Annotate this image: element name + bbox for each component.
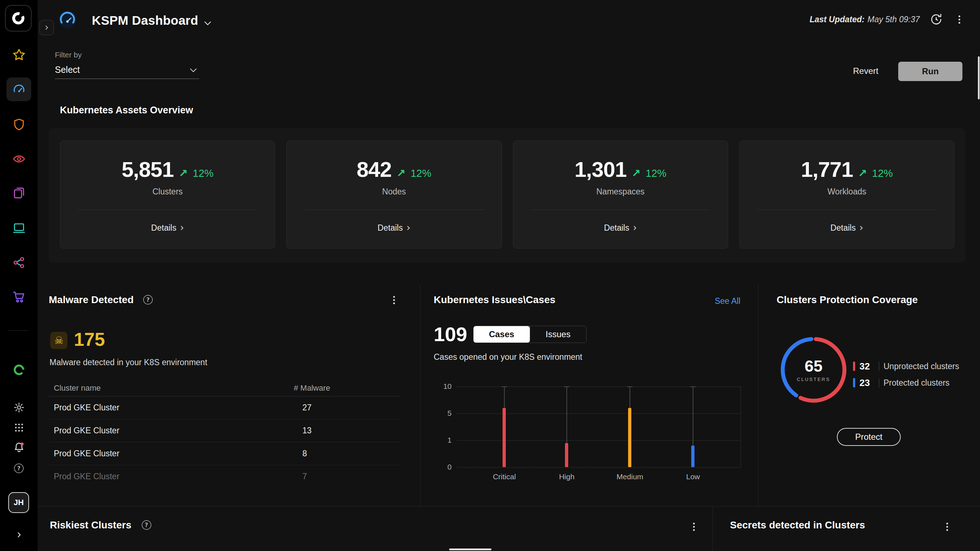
stat-label: Nodes bbox=[286, 187, 501, 197]
chevron-right-icon: › bbox=[859, 223, 863, 233]
asset-card-clusters: 5,851 ↗ 12% Clusters Details › bbox=[60, 141, 275, 248]
sidebar-item-connections[interactable] bbox=[0, 251, 38, 274]
assets-overview-panel: 5,851 ↗ 12% Clusters Details › 842 ↗ 12%… bbox=[49, 128, 966, 263]
x-axis-label: High bbox=[545, 473, 588, 481]
table-row[interactable]: Prod GKE Cluster 7 bbox=[49, 465, 400, 488]
dashboard-switcher-dropdown[interactable] bbox=[202, 17, 214, 29]
refresh-button[interactable] bbox=[929, 12, 943, 27]
bar-critical[interactable] bbox=[503, 408, 506, 467]
laptop-icon bbox=[12, 221, 26, 235]
table-header: Cluster name # Malware bbox=[49, 384, 400, 396]
bar-low[interactable] bbox=[691, 446, 694, 467]
stat-label: Clusters bbox=[60, 187, 275, 197]
divider bbox=[879, 361, 879, 371]
table-row[interactable]: Prod GKE Cluster 13 bbox=[49, 419, 400, 442]
riskiest-menu-button[interactable] bbox=[687, 520, 700, 533]
secrets-menu-button[interactable] bbox=[940, 520, 953, 533]
malware-detected-panel: Malware Detected ? ☠ 175 Malware detecte… bbox=[49, 294, 400, 506]
panel-title: Clusters Protection Coverage bbox=[776, 294, 918, 306]
severity-chart: 10 5 1 0 Critical High Medium Low bbox=[434, 383, 748, 487]
details-link[interactable]: Details › bbox=[378, 223, 411, 233]
see-all-link[interactable]: See All bbox=[714, 296, 740, 306]
legend-swatch bbox=[853, 361, 855, 371]
sidebar: ? JH bbox=[0, 0, 38, 551]
ring-icon bbox=[13, 363, 25, 376]
bar-high[interactable] bbox=[565, 443, 568, 467]
table-row[interactable]: Prod GKE Cluster 27 bbox=[49, 397, 400, 419]
trend-up-icon: ↗ bbox=[396, 168, 405, 178]
sidebar-expand-button[interactable] bbox=[40, 20, 54, 35]
details-label: Details bbox=[151, 223, 176, 233]
malware-count: 175 bbox=[74, 330, 105, 349]
chart-category-critical: Critical bbox=[483, 383, 526, 487]
help-icon[interactable]: ? bbox=[143, 295, 153, 304]
y-axis-tick: 1 bbox=[434, 436, 452, 444]
sidebar-item-reports[interactable] bbox=[0, 181, 38, 205]
question-icon: ? bbox=[14, 463, 24, 473]
stat-delta: 12% bbox=[410, 168, 431, 178]
stat-value: 1,771 bbox=[801, 159, 853, 180]
sidebar-item-settings[interactable] bbox=[0, 398, 38, 416]
tab-cases[interactable]: Cases bbox=[474, 326, 530, 342]
app-logo[interactable] bbox=[5, 5, 32, 32]
divider bbox=[38, 506, 980, 506]
malware-value: 8 bbox=[302, 449, 307, 459]
sidebar-item-status[interactable] bbox=[0, 359, 38, 381]
run-button[interactable]: Run bbox=[898, 62, 963, 81]
divider bbox=[879, 378, 879, 387]
last-updated: Last Updated:May 5th 09:37 bbox=[810, 15, 920, 24]
chevron-down-icon bbox=[204, 21, 211, 25]
table-row[interactable]: Prod GKE Cluster 8 bbox=[49, 442, 400, 465]
kebab-icon bbox=[958, 19, 960, 21]
malware-value: 7 bbox=[302, 472, 307, 481]
filter-select[interactable]: Select bbox=[55, 64, 199, 79]
protect-button[interactable]: Protect bbox=[837, 428, 901, 446]
bar-medium[interactable] bbox=[628, 408, 632, 467]
protection-coverage-panel: Clusters Protection Coverage 65 CLUSTERS… bbox=[768, 294, 969, 506]
divider bbox=[713, 506, 713, 551]
details-link[interactable]: Details › bbox=[604, 223, 637, 233]
sidebar-item-notifications[interactable] bbox=[0, 438, 38, 457]
column-header: # Malware bbox=[294, 384, 330, 393]
tab-issues[interactable]: Issues bbox=[530, 326, 587, 342]
chevron-right-icon bbox=[16, 531, 22, 538]
details-link[interactable]: Details › bbox=[151, 223, 184, 233]
help-icon[interactable]: ? bbox=[142, 520, 151, 530]
x-axis-label: Low bbox=[671, 473, 714, 481]
panel-title: Secrets detected in Clusters bbox=[730, 519, 865, 531]
secrets-section: Secrets detected in Clusters bbox=[730, 519, 865, 531]
sidebar-item-protection[interactable] bbox=[0, 113, 38, 136]
header-menu-button[interactable] bbox=[953, 13, 966, 26]
panel-title: Riskiest Clusters bbox=[50, 519, 131, 531]
chevron-right-icon: › bbox=[633, 223, 637, 233]
vertical-scrollbar-thumb[interactable] bbox=[978, 56, 980, 99]
sidebar-item-apps[interactable] bbox=[0, 419, 38, 436]
coverage-donut-chart[interactable]: 65 CLUSTERS bbox=[777, 333, 850, 406]
cluster-name: Prod GKE Cluster bbox=[54, 426, 119, 435]
chevron-right-icon: › bbox=[406, 223, 410, 233]
cluster-name: Prod GKE Cluster bbox=[54, 449, 119, 459]
sidebar-item-dashboard[interactable] bbox=[0, 78, 38, 101]
revert-button[interactable]: Revert bbox=[853, 66, 878, 76]
sidebar-expand-bottom-button[interactable] bbox=[0, 526, 38, 544]
stat-delta: 12% bbox=[646, 168, 667, 178]
horizontal-scrollbar-thumb[interactable] bbox=[449, 548, 492, 550]
sidebar-item-endpoints[interactable] bbox=[0, 216, 38, 240]
sidebar-item-help[interactable]: ? bbox=[0, 459, 38, 477]
coverage-legend: 32 Unprotected clusters 23 Protected clu… bbox=[853, 361, 959, 388]
malware-menu-button[interactable] bbox=[387, 293, 400, 306]
chevron-right-icon bbox=[44, 25, 49, 30]
malware-table: Cluster name # Malware Prod GKE Cluster … bbox=[49, 384, 400, 488]
user-avatar[interactable]: JH bbox=[8, 492, 29, 513]
grid-icon bbox=[14, 422, 24, 433]
y-axis-tick: 0 bbox=[434, 463, 452, 471]
chevron-down-icon bbox=[190, 68, 197, 72]
legend-label: Unprotected clusters bbox=[883, 361, 959, 371]
sidebar-item-marketplace[interactable] bbox=[0, 285, 38, 309]
chart-category-low: Low bbox=[671, 383, 714, 487]
assets-heading: Kubernetes Assets Overview bbox=[60, 105, 193, 116]
details-link[interactable]: Details › bbox=[830, 223, 864, 233]
gear-icon bbox=[13, 402, 25, 413]
sidebar-item-detections[interactable] bbox=[0, 147, 38, 171]
sidebar-item-favorites[interactable] bbox=[0, 43, 38, 67]
